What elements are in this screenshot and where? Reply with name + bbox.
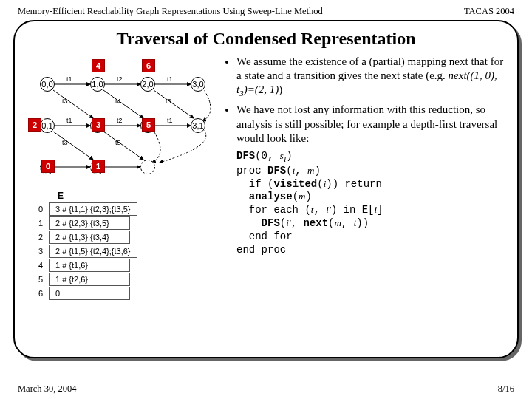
edge-label: t3 bbox=[62, 139, 68, 146]
graph-badge: 2 bbox=[28, 118, 41, 132]
svg-line-12 bbox=[103, 132, 143, 160]
edge-label: t1 bbox=[66, 117, 72, 124]
graph-node: 0,1 bbox=[40, 118, 55, 133]
footer-date: March 30, 2004 bbox=[18, 383, 77, 395]
left-column: 0,0 1,0 2,0 3,0 0,1 1,1 2,1 3,1 4 6 2 3 … bbox=[28, 55, 219, 301]
graph-badge: 4 bbox=[92, 59, 105, 72]
e-table-header: E bbox=[58, 191, 219, 201]
graph-badge: 1 bbox=[92, 160, 105, 173]
graph-badge: 6 bbox=[142, 59, 155, 72]
graph-node: 0,0 bbox=[40, 77, 55, 92]
svg-line-9 bbox=[103, 90, 143, 118]
table-row: 22 # {t1,3};{t3,4} bbox=[28, 231, 219, 244]
svg-line-8 bbox=[53, 90, 93, 118]
edge-label: t5 bbox=[115, 139, 121, 146]
slide-footer: March 30, 2004 8/16 bbox=[0, 383, 532, 395]
graph-node bbox=[140, 160, 155, 174]
bullet-list: We assume the existence of a (partial) m… bbox=[223, 55, 504, 146]
bullet-item: We assume the existence of a (partial) m… bbox=[236, 55, 504, 98]
edge-label: t2 bbox=[117, 117, 123, 124]
edge-label: t3 bbox=[62, 98, 68, 105]
bullet-item: We have not lost any information with th… bbox=[236, 103, 504, 146]
graph-node: 3,1 bbox=[191, 118, 205, 133]
slide-header: Memory-Efficient Reachability Graph Repr… bbox=[0, 0, 532, 18]
table-row: 03 # {t1,1};{t2,3};{t3,5} bbox=[28, 202, 219, 216]
edge-label: t5 bbox=[166, 98, 171, 105]
table-row: 32 # {t1,5};{t2,4};{t3,6} bbox=[28, 245, 219, 258]
graph-badge: 3 bbox=[92, 118, 105, 132]
table-row: 12 # {t2,3};{t3,5} bbox=[28, 216, 219, 230]
graph-node: 1,0 bbox=[90, 77, 105, 92]
header-title: Memory-Efficient Reachability Graph Repr… bbox=[18, 6, 323, 17]
edge-label: t1 bbox=[167, 75, 173, 83]
graph-node: 2,0 bbox=[140, 77, 155, 92]
slide-title: Traversal of Condensed Representation bbox=[28, 29, 504, 49]
graph-badge: 0 bbox=[41, 160, 55, 173]
footer-page: 8/16 bbox=[498, 383, 514, 395]
graph-node: 3,0 bbox=[191, 77, 205, 92]
edge-label: t1 bbox=[167, 117, 173, 124]
pseudocode-block: DFS(0, sI) proc DFS(i, m) if (visited(i)… bbox=[236, 150, 504, 257]
slide-body: Traversal of Condensed Representation bbox=[13, 20, 519, 358]
edge-label: t2 bbox=[117, 75, 123, 83]
edge-label: t1 bbox=[66, 75, 72, 83]
table-row: 41 # {t1,6} bbox=[28, 259, 219, 272]
header-venue: TACAS 2004 bbox=[464, 6, 514, 17]
table-row: 51 # {t2,6} bbox=[28, 273, 219, 286]
right-column: We assume the existence of a (partial) m… bbox=[223, 55, 504, 301]
edge-label: t4 bbox=[115, 98, 121, 105]
table-row: 60 bbox=[28, 287, 219, 300]
svg-line-11 bbox=[53, 132, 93, 160]
graph-badge: 5 bbox=[142, 118, 155, 132]
svg-line-10 bbox=[154, 90, 194, 118]
e-table: E 03 # {t1,1};{t2,3};{t3,5} 12 # {t2,3};… bbox=[28, 191, 219, 300]
graph-diagram: 0,0 1,0 2,0 3,0 0,1 1,1 2,1 3,1 4 6 2 3 … bbox=[28, 58, 214, 183]
